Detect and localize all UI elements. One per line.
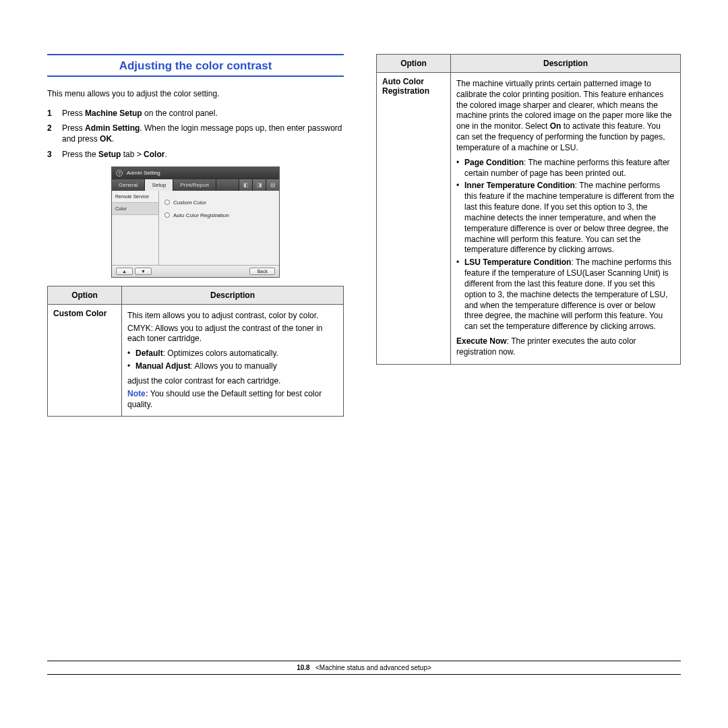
step-text: Press Admin Setting. When the login mess…	[62, 123, 344, 144]
table-row: Custom Color This item allows you to adj…	[48, 304, 344, 417]
radio-icon	[164, 200, 170, 205]
intro-text: This menu allows you to adjust the color…	[47, 89, 344, 98]
col-option: Option	[48, 286, 122, 304]
status-icon-3: ▤	[266, 179, 279, 191]
option-custom-color[interactable]: Custom Color	[164, 200, 274, 206]
auto-color-table: Option Description Auto Color Registrati…	[376, 54, 681, 365]
step-text: Press Machine Setup on the control panel…	[62, 108, 344, 119]
list-item: Page Condition: The machine performs thi…	[456, 158, 675, 179]
option-name: Custom Color	[48, 304, 122, 417]
custom-color-table: Option Description Custom Color This ite…	[47, 286, 344, 417]
steps-list: 1 Press Machine Setup on the control pan…	[47, 108, 344, 160]
list-item: Default: Optimizes colors automatically.	[127, 348, 338, 359]
ui-title-text: Admin Setting	[127, 170, 160, 176]
step-number: 3	[47, 149, 62, 160]
radio-icon	[164, 212, 170, 218]
option-label: Auto Color Registration	[173, 212, 229, 218]
table-row: Auto Color Registration The machine virt…	[377, 73, 681, 365]
nav-down-button[interactable]: ▼	[135, 268, 152, 275]
tab-general[interactable]: General	[112, 179, 145, 191]
option-name: Auto Color Registration	[377, 73, 451, 365]
sidebar-item-color[interactable]: Color	[112, 203, 158, 215]
step-number: 1	[47, 108, 62, 119]
step-text: Press the Setup tab > Color.	[62, 149, 344, 160]
back-button[interactable]: Back	[249, 268, 275, 275]
page-number: 10.8	[297, 664, 309, 671]
option-description: This item allows you to adjust contrast,…	[122, 304, 344, 417]
list-item: LSU Temperature Condition: The machine p…	[456, 257, 675, 332]
embedded-ui-screenshot: ? Admin Setting General Setup Print/Repo…	[111, 166, 280, 278]
chapter-title: <Machine status and advanced setup>	[315, 664, 431, 671]
note-label: Note:	[127, 389, 148, 398]
option-label: Custom Color	[173, 200, 206, 206]
option-auto-color-registration[interactable]: Auto Color Registration	[164, 212, 274, 218]
ui-sidebar: Remote Service Color	[112, 191, 159, 265]
col-description: Description	[451, 55, 681, 73]
status-icon-1: ◧	[239, 179, 252, 191]
nav-up-button[interactable]: ▲	[116, 268, 133, 275]
status-icon-2: ◨	[252, 179, 266, 191]
ui-content: Custom Color Auto Color Registration	[159, 191, 279, 265]
col-description: Description	[122, 286, 344, 304]
tab-setup[interactable]: Setup	[145, 179, 173, 191]
step-2: 2 Press Admin Setting. When the login me…	[47, 123, 344, 144]
step-1: 1 Press Machine Setup on the control pan…	[47, 108, 344, 119]
help-icon: ?	[116, 170, 123, 177]
section-heading: Adjusting the color contrast	[47, 55, 344, 75]
list-item: Inner Temperature Condition: The machine…	[456, 181, 675, 255]
sidebar-item-remote-service[interactable]: Remote Service	[112, 191, 158, 203]
list-item: Manual Adjust: Allows you to manually	[127, 361, 338, 372]
ui-tabs: General Setup Print/Report ◧ ◨ ▤	[112, 179, 279, 191]
heading-rule-bottom	[47, 75, 344, 77]
ui-footer: ▲ ▼ Back	[112, 265, 279, 277]
col-option: Option	[377, 55, 451, 73]
ui-titlebar: ? Admin Setting	[112, 167, 279, 179]
step-3: 3 Press the Setup tab > Color.	[47, 149, 344, 160]
step-number: 2	[47, 123, 62, 144]
page-footer: 10.8 <Machine status and advanced setup>	[47, 661, 681, 675]
option-description: The machine virtually prints certain pat…	[451, 73, 681, 365]
section-heading-block: Adjusting the color contrast	[47, 54, 344, 77]
tab-print-report[interactable]: Print/Report	[173, 179, 216, 191]
